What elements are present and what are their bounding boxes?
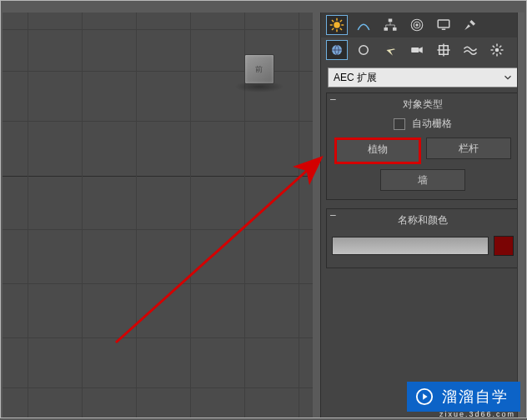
hierarchy-panel-tab[interactable]	[379, 15, 401, 35]
svg-line-30	[493, 52, 494, 54]
watermark-badge: 溜溜自学	[407, 382, 520, 412]
auto-grid-checkbox[interactable]	[394, 118, 405, 130]
svg-rect-15	[438, 20, 449, 28]
wall-button[interactable]: 墙	[380, 169, 465, 191]
plant-button[interactable]: 植物	[334, 138, 421, 164]
systems-category-icon[interactable]	[486, 40, 508, 60]
svg-point-18	[359, 46, 369, 55]
geometry-category-icon[interactable]	[326, 40, 348, 60]
watermark-text: 溜溜自学	[442, 387, 509, 407]
create-panel-tab[interactable]	[326, 15, 348, 35]
svg-rect-16	[442, 29, 446, 31]
chevron-down-icon	[502, 72, 514, 83]
object-type-rollout: – 对象类型 自动栅格 植物 栏杆 墙	[326, 92, 519, 200]
svg-line-5	[332, 20, 334, 22]
object-name-input[interactable]	[332, 237, 489, 255]
svg-rect-19	[411, 48, 419, 52]
svg-point-23	[495, 48, 499, 52]
display-panel-tab[interactable]	[433, 15, 454, 35]
auto-grid-label: 自动栅格	[412, 117, 452, 131]
name-color-rollout: – 名称和颜色	[326, 208, 519, 268]
dropdown-value: AEC 扩展	[334, 71, 377, 85]
cameras-category-icon[interactable]	[406, 40, 428, 60]
svg-rect-10	[384, 28, 389, 31]
svg-line-6	[340, 28, 342, 30]
helpers-category-icon[interactable]	[433, 40, 454, 60]
subcategory-dropdown[interactable]: AEC 扩展	[328, 68, 518, 88]
rollout-title: 对象类型	[330, 97, 515, 112]
svg-point-14	[416, 24, 418, 26]
play-circle-icon	[415, 388, 434, 406]
svg-point-0	[334, 22, 340, 28]
svg-rect-9	[389, 19, 393, 22]
shapes-category-icon[interactable]	[353, 40, 374, 60]
spacewarps-category-icon[interactable]	[459, 40, 481, 60]
color-swatch[interactable]	[494, 236, 514, 256]
create-category-row	[321, 38, 524, 62]
watermark-url: zixue.3d66.com	[439, 410, 515, 418]
svg-line-7	[332, 28, 334, 30]
svg-rect-11	[393, 28, 397, 31]
modify-panel-tab[interactable]	[353, 15, 374, 35]
rollout-title: 名称和颜色	[330, 212, 515, 228]
svg-line-8	[340, 20, 342, 22]
motion-panel-tab[interactable]	[406, 15, 428, 35]
command-panel: AEC 扩展 – 对象类型 自动栅格 植物 栏杆 墙 – 名称和颜色	[320, 12, 524, 418]
svg-line-29	[499, 52, 501, 54]
panel-scrollbar[interactable]	[517, 12, 524, 418]
panel-tab-row	[321, 12, 524, 38]
viewport[interactable]: 前	[3, 12, 313, 418]
utilities-panel-tab[interactable]	[459, 15, 481, 35]
railing-button[interactable]: 栏杆	[426, 138, 511, 159]
viewcube[interactable]: 前	[244, 54, 274, 84]
svg-line-31	[499, 46, 501, 48]
svg-line-28	[493, 46, 494, 48]
lights-category-icon[interactable]	[379, 40, 401, 60]
